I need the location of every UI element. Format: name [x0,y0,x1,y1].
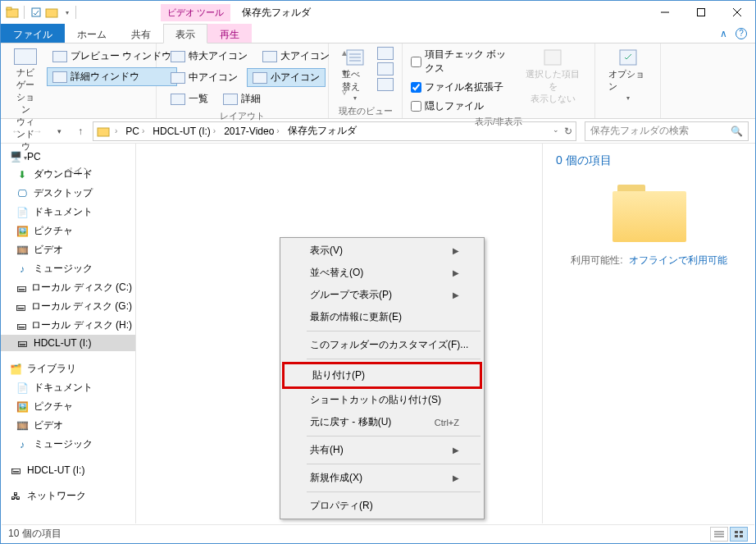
tree-hdcl-label: HDCL-UT (I:) [34,337,91,349]
breadcrumb[interactable]: › PC› HDCL-UT (I:)› 2017-Video› 保存先フォルダ … [93,121,576,141]
list-icon [171,94,185,105]
nav-back-button[interactable]: ← [7,122,25,140]
search-box[interactable]: 保存先フォルダの検索 🔍 [585,121,749,141]
layout-details[interactable]: 詳細 [217,89,266,108]
item-checkboxes-toggle[interactable]: 項目チェック ボックス [411,47,515,76]
nav-forward-button[interactable]: → [29,122,47,140]
crumb-drive[interactable]: HDCL-UT (I:)› [149,124,219,139]
hide-selected-icon [543,48,562,66]
videos-icon: 🎞️ [16,245,29,256]
details-pane-icon [52,71,67,83]
ctx-view[interactable]: 表示(V)▶ [282,240,482,262]
qat-properties-icon[interactable] [30,6,43,19]
file-extensions-label: ファイル名拡張子 [425,80,503,94]
music-icon: ♪ [16,439,29,450]
details-icon [223,94,238,105]
tree-disk-g[interactable]: 🖴ローカル ディスク (G:) [1,297,135,316]
close-button[interactable] [719,1,755,24]
nav-up-button[interactable]: ↑ [71,122,89,140]
size-columns-icon[interactable] [377,62,394,75]
tree-lib-pics[interactable]: 🖼️ピクチャ [1,397,135,416]
ctx-sort[interactable]: 並べ替え(O)▶ [282,262,482,284]
add-column-icon[interactable] [377,47,394,60]
help-icon[interactable]: ? [736,28,747,39]
address-dropdown-icon[interactable]: ⌄ [553,126,559,137]
tree-libraries[interactable]: 🗂️ライブラリ [1,359,135,378]
tab-file[interactable]: ファイル [1,24,65,43]
item-checkboxes-label: 項目チェック ボックス [425,48,515,75]
tree-pictures[interactable]: 🖼️ピクチャ [1,222,135,240]
pictures-icon: 🖼️ [16,401,29,413]
layout-small[interactable]: 小アイコン [247,68,326,87]
options-label: オプション [608,68,647,93]
navigation-tree[interactable]: 🖥️PC ⬇ダウンロード 🖵デスクトップ 📄ドキュメント 🖼️ピクチャ 🎞️ビデ… [1,144,136,523]
options-button[interactable]: オプション ▾ [603,47,652,103]
layout-extra-large[interactable]: 特大アイコン [165,47,253,66]
minimize-button[interactable] [647,1,683,24]
hide-selected-label: 選択した項目を 表示しない [525,68,581,105]
crumb-folder2[interactable]: 保存先フォルダ [285,122,360,139]
address-bar: ← → ▾ ↑ › PC› HDCL-UT (I:)› 2017-Video› … [1,119,755,144]
qat-dropdown-icon[interactable] [61,6,71,19]
tab-home[interactable]: ホーム [65,24,119,43]
ctx-paste[interactable]: 貼り付け(P) [282,362,482,389]
file-extensions-toggle[interactable]: ファイル名拡張子 [411,80,515,95]
folder-small-icon[interactable] [45,6,58,19]
sort-button[interactable]: 並べ替え ▾ [337,47,372,103]
tree-disk-h[interactable]: 🖴ローカル ディスク (H:) [1,316,135,335]
tree-desktop[interactable]: 🖵デスクトップ [1,184,135,203]
submenu-arrow-icon: ▶ [453,446,459,455]
maximize-button[interactable] [683,1,719,24]
tree-desktop-label: デスクトップ [34,186,93,200]
ctx-paste-shortcut[interactable]: ショートカットの貼り付け(S) [282,389,482,411]
tree-downloads[interactable]: ⬇ダウンロード [1,165,135,184]
tab-view[interactable]: 表示 [163,24,207,43]
layout-medium[interactable]: 中アイコン [165,68,244,87]
view-details-button[interactable] [710,527,728,542]
ctx-group[interactable]: グループで表示(P)▶ [282,284,482,306]
view-icons-button[interactable] [730,527,748,542]
crumb-pc[interactable]: PC› [122,124,148,139]
details-header: 0 個の項目 [556,153,742,168]
tab-share[interactable]: 共有 [119,24,163,43]
refresh-icon[interactable]: ↻ [564,126,572,137]
window-title: 保存先フォルダ [242,6,311,20]
tree-lib-video[interactable]: 🎞️ビデオ [1,416,135,435]
tree-lib-docs[interactable]: 📄ドキュメント [1,378,135,397]
submenu-arrow-icon: ▶ [453,290,459,299]
disk-icon: 🖴 [9,464,22,476]
ctx-new[interactable]: 新規作成(X)▶ [282,467,482,489]
submenu-arrow-icon: ▶ [453,246,459,255]
hide-selected-button: 選択した項目を 表示しない [520,47,586,107]
status-bar: 10 個の項目 [2,524,754,542]
tree-videos[interactable]: 🎞️ビデオ [1,240,135,259]
ctx-undo[interactable]: 元に戻す - 移動(U)Ctrl+Z [282,411,482,433]
tree-disk-c[interactable]: 🖴ローカル ディスク (C:) [1,278,135,297]
ctx-refresh[interactable]: 最新の情報に更新(E) [282,306,482,328]
tree-network[interactable]: 🖧ネットワーク [1,487,135,505]
layout-list[interactable]: 一覧 [165,89,214,108]
tree-pc[interactable]: 🖥️PC [1,149,135,165]
ctx-properties[interactable]: プロパティ(R) [282,495,482,517]
tree-music[interactable]: ♪ミュージック [1,259,135,278]
hidden-items-toggle[interactable]: 隠しファイル [411,98,515,114]
tab-play[interactable]: 再生 [207,24,252,43]
layout-large[interactable]: 大アイコン [257,47,335,66]
tree-hdcl[interactable]: 🖴HDCL-UT (I:) [1,335,135,351]
tree-hdcl2[interactable]: 🖴HDCL-UT (I:) [1,462,135,478]
layout-large-label: 大アイコン [280,49,330,63]
ctx-customize[interactable]: このフォルダーのカスタマイズ(F)... [282,334,482,356]
ctx-share[interactable]: 共有(H)▶ [282,439,482,461]
tree-documents[interactable]: 📄ドキュメント [1,203,135,222]
tree-lib-music[interactable]: ♪ミュージック [1,435,135,454]
collapse-ribbon-icon[interactable]: ∧ [720,28,727,39]
videos-icon: 🎞️ [16,420,29,432]
fit-columns-icon[interactable] [377,78,394,91]
network-icon: 🖧 [9,491,22,502]
ctx-share-label: 共有(H) [310,443,344,457]
crumb-folder1[interactable]: 2017-Video› [221,124,283,139]
downloads-icon: ⬇ [16,169,29,181]
nav-recent-dropdown[interactable]: ▾ [50,122,68,140]
details-panel: 0 個の項目 利用可能性: オフラインで利用可能 [542,144,755,523]
medium-icon [171,72,185,84]
